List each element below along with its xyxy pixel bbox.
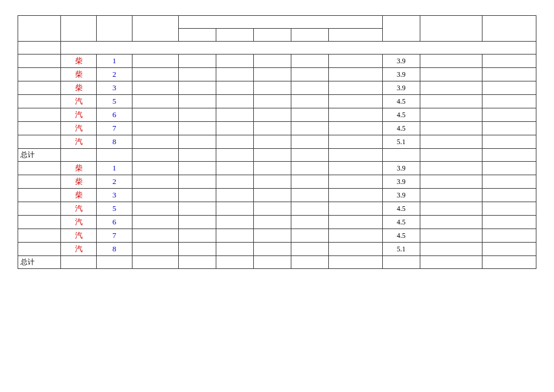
total-cell bbox=[132, 256, 179, 269]
cell-oil-type: 汽 bbox=[61, 95, 97, 108]
cell-self bbox=[179, 243, 216, 256]
header-deduct bbox=[179, 16, 382, 29]
cell-output bbox=[132, 68, 179, 81]
cell-machine: 2 bbox=[97, 175, 132, 189]
cell-sign bbox=[482, 122, 536, 135]
cell-return bbox=[216, 95, 254, 108]
cell-tax-sales bbox=[329, 122, 382, 135]
cell-project bbox=[18, 216, 61, 229]
cell-return bbox=[216, 81, 254, 95]
cell-agent bbox=[254, 81, 291, 95]
cell-amount bbox=[420, 202, 482, 216]
cell-unit-price: 3.9 bbox=[382, 81, 420, 95]
cell-return bbox=[216, 216, 254, 229]
table-row: 柴13.9 bbox=[18, 54, 536, 68]
cell-project bbox=[18, 81, 61, 95]
total-cell bbox=[132, 149, 179, 162]
cell-amount bbox=[420, 95, 482, 108]
cell-sign bbox=[482, 54, 536, 68]
cell-self bbox=[179, 81, 216, 95]
cell-self bbox=[179, 202, 216, 216]
cell-machine: 6 bbox=[97, 108, 132, 122]
cell-amount bbox=[420, 135, 482, 149]
cell-detect bbox=[291, 68, 329, 81]
cell-self bbox=[179, 135, 216, 149]
cell-agent bbox=[254, 202, 291, 216]
cell-tax-sales bbox=[329, 162, 382, 175]
cell-output bbox=[132, 162, 179, 175]
cell-unit-price: 4.5 bbox=[382, 202, 420, 216]
cell-unit-price: 4.5 bbox=[382, 216, 420, 229]
cell-output bbox=[132, 175, 179, 189]
table-row: 汽85.1 bbox=[18, 135, 536, 149]
cell-detect bbox=[291, 189, 329, 202]
table-row: 汽74.5 bbox=[18, 122, 536, 135]
cell-machine: 3 bbox=[97, 189, 132, 202]
cell-sign bbox=[482, 68, 536, 81]
cell-oil-type: 汽 bbox=[61, 202, 97, 216]
cell-detect bbox=[291, 243, 329, 256]
cell-project bbox=[18, 135, 61, 149]
cell-oil-type: 柴 bbox=[61, 54, 97, 68]
cell-amount bbox=[420, 68, 482, 81]
cell-unit-price: 4.5 bbox=[382, 95, 420, 108]
cell-output bbox=[132, 216, 179, 229]
cell-project bbox=[18, 162, 61, 175]
cell-detect bbox=[291, 135, 329, 149]
cell-agent bbox=[254, 54, 291, 68]
cell-tax-sales bbox=[329, 243, 382, 256]
total-cell bbox=[329, 256, 382, 269]
cell-sign bbox=[482, 81, 536, 95]
cell-sign bbox=[482, 229, 536, 243]
cell-detect bbox=[291, 95, 329, 108]
cell-machine: 2 bbox=[97, 68, 132, 81]
table-body: 柴13.9柴23.9柴33.9汽54.5汽64.5汽74.5汽85.1总计柴13… bbox=[18, 54, 536, 269]
header-return bbox=[216, 29, 254, 42]
cell-agent bbox=[254, 243, 291, 256]
total-cell bbox=[216, 149, 254, 162]
header-spacer bbox=[61, 42, 536, 54]
cell-output bbox=[132, 135, 179, 149]
cell-project bbox=[18, 202, 61, 216]
cell-output bbox=[132, 95, 179, 108]
cell-oil-type: 柴 bbox=[61, 68, 97, 81]
cell-self bbox=[179, 54, 216, 68]
total-cell bbox=[97, 149, 132, 162]
cell-machine: 6 bbox=[97, 216, 132, 229]
cell-machine: 5 bbox=[97, 202, 132, 216]
cell-return bbox=[216, 243, 254, 256]
table-row: 柴13.9 bbox=[18, 162, 536, 175]
cell-amount bbox=[420, 229, 482, 243]
cell-oil-type: 柴 bbox=[61, 189, 97, 202]
total-cell bbox=[179, 256, 216, 269]
table-row: 汽64.5 bbox=[18, 216, 536, 229]
cell-agent bbox=[254, 216, 291, 229]
cell-machine: 7 bbox=[97, 122, 132, 135]
cell-project bbox=[18, 108, 61, 122]
cell-agent bbox=[254, 122, 291, 135]
total-cell bbox=[254, 256, 291, 269]
cell-tax-sales bbox=[329, 202, 382, 216]
cell-agent bbox=[254, 189, 291, 202]
cell-return bbox=[216, 54, 254, 68]
cell-self bbox=[179, 108, 216, 122]
cell-sign bbox=[482, 202, 536, 216]
total-cell bbox=[420, 149, 482, 162]
table-row: 汽85.1 bbox=[18, 243, 536, 256]
cell-amount bbox=[420, 81, 482, 95]
cell-output bbox=[132, 243, 179, 256]
header-project bbox=[18, 16, 61, 42]
total-row: 总计 bbox=[18, 256, 536, 269]
total-cell bbox=[482, 149, 536, 162]
cell-detect bbox=[291, 202, 329, 216]
cell-return bbox=[216, 135, 254, 149]
cell-oil-type: 汽 bbox=[61, 229, 97, 243]
total-label: 总计 bbox=[18, 149, 61, 162]
cell-agent bbox=[254, 108, 291, 122]
cell-machine: 8 bbox=[97, 135, 132, 149]
header-detect bbox=[291, 29, 329, 42]
total-row: 总计 bbox=[18, 149, 536, 162]
total-cell bbox=[291, 149, 329, 162]
cell-oil-type: 汽 bbox=[61, 108, 97, 122]
cell-output bbox=[132, 202, 179, 216]
